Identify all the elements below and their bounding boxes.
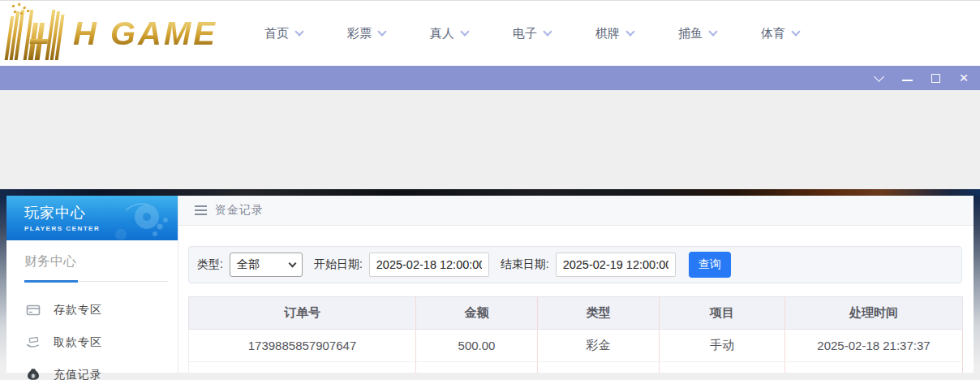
column-header: 金额 <box>416 297 538 330</box>
main-nav: 首页彩票真人电子棋牌捕鱼体育 <box>264 26 799 41</box>
nav-item-label: 首页 <box>264 26 289 41</box>
column-header: 处理时间 <box>785 297 963 330</box>
window-dropdown-icon[interactable] <box>872 71 885 84</box>
chevron-down-icon <box>543 27 552 36</box>
window-close-icon[interactable]: × <box>957 71 970 84</box>
nav-item-0[interactable]: 首页 <box>264 26 303 41</box>
type-label: 类型: <box>197 257 223 272</box>
empty-content-area <box>0 90 980 189</box>
funds-table: 订单号金额类型项目处理时间 1739885857907647500.00彩金手动… <box>188 296 963 373</box>
nav-item-label: 电子 <box>513 26 537 41</box>
sidebar-item-2[interactable]: 充值记录 <box>6 359 178 380</box>
table-cell: 500.00 <box>416 330 538 362</box>
window-titlebar: × <box>0 66 980 90</box>
column-header: 订单号 <box>189 297 416 330</box>
column-header: 项目 <box>660 297 785 330</box>
nav-item-3[interactable]: 电子 <box>513 26 551 41</box>
withdraw-hand-icon <box>26 335 41 350</box>
page-title: 资金记录 <box>215 203 264 218</box>
table-cell <box>785 362 963 374</box>
site-header: H GAME 首页彩票真人电子棋牌捕鱼体育 <box>0 1 980 66</box>
gamepad-icon <box>110 199 170 240</box>
start-date-input[interactable] <box>369 253 489 277</box>
nav-item-label: 捕鱼 <box>678 26 703 41</box>
chevron-down-icon <box>460 27 469 36</box>
column-header: 类型 <box>538 297 660 330</box>
decorative-strip <box>0 189 980 196</box>
content-header: 资金记录 <box>178 196 974 226</box>
chevron-down-icon <box>288 260 296 268</box>
app-window: H GAME 首页彩票真人电子棋牌捕鱼体育 × 玩家中心 PLAYERS CEN… <box>0 0 980 380</box>
player-center-panel: 玩家中心 PLAYERS CENTER 财务中心 <box>0 196 980 380</box>
table-cell: 1739885857907647 <box>189 330 416 362</box>
sidebar-item-label: 取款专区 <box>54 335 102 350</box>
sidebar: 玩家中心 PLAYERS CENTER 财务中心 <box>6 196 178 373</box>
sidebar-menu: 存款专区取款专区充值记录 <box>6 294 178 380</box>
menu-icon[interactable] <box>195 205 207 215</box>
logo-h-icon <box>5 10 66 60</box>
sidebar-header: 玩家中心 PLAYERS CENTER <box>6 196 178 240</box>
chevron-down-icon <box>294 27 303 36</box>
nav-item-label: 体育 <box>761 26 785 41</box>
sidebar-section-title: 财务中心 <box>24 253 178 270</box>
table-cell <box>416 362 538 374</box>
table-cell: 2025-02-18 21:37:37 <box>785 330 963 362</box>
window-controls: × <box>872 71 970 84</box>
nav-item-1[interactable]: 彩票 <box>347 26 385 41</box>
type-select-value: 全部 <box>237 257 260 272</box>
table-cell <box>660 362 785 374</box>
main-content: 资金记录 类型: 全部 开始日期: 结束日期: 查询 订单 <box>178 196 974 373</box>
nav-item-label: 彩票 <box>347 26 372 41</box>
filter-bar: 类型: 全部 开始日期: 结束日期: 查询 <box>188 246 962 283</box>
search-button[interactable]: 查询 <box>689 252 731 278</box>
chevron-down-icon <box>625 27 634 36</box>
logo-text: H GAME <box>73 15 217 52</box>
nav-item-5[interactable]: 捕鱼 <box>678 26 716 41</box>
nav-item-2[interactable]: 真人 <box>430 26 468 41</box>
nav-item-6[interactable]: 体育 <box>761 26 799 41</box>
sidebar-item-1[interactable]: 取款专区 <box>6 326 178 359</box>
logo-dots-decoration <box>8 3 35 21</box>
content-body: 类型: 全部 开始日期: 结束日期: 查询 订单号金额类型项目处理时间 1739… <box>178 226 974 373</box>
chevron-down-icon <box>791 27 800 36</box>
panel-left-edge <box>0 196 6 380</box>
money-bag-icon <box>26 368 41 380</box>
end-date-label: 结束日期: <box>501 257 549 272</box>
nav-item-label: 真人 <box>430 26 454 41</box>
window-minimize-icon[interactable] <box>900 71 913 84</box>
type-select[interactable]: 全部 <box>230 253 303 277</box>
table-row: 1739885857907647500.00彩金手动2025-02-18 21:… <box>189 330 963 362</box>
table-cell <box>189 362 416 374</box>
panel-right-edge <box>974 196 980 380</box>
start-date-label: 开始日期: <box>314 257 363 272</box>
table-cell <box>538 362 660 374</box>
bank-card-icon <box>26 303 41 317</box>
window-maximize-icon[interactable] <box>929 71 942 84</box>
sidebar-item-label: 充值记录 <box>54 368 102 380</box>
chevron-down-icon <box>377 27 386 36</box>
sidebar-divider <box>6 280 178 283</box>
table-row-empty <box>189 362 963 374</box>
table-cell: 手动 <box>660 330 785 362</box>
site-logo[interactable]: H GAME <box>8 6 226 60</box>
nav-item-label: 棋牌 <box>595 26 620 41</box>
table-header-row: 订单号金额类型项目处理时间 <box>189 297 963 330</box>
table-cell: 彩金 <box>538 330 660 362</box>
sidebar-item-label: 存款专区 <box>54 303 102 317</box>
nav-item-4[interactable]: 棋牌 <box>595 26 634 41</box>
sidebar-item-0[interactable]: 存款专区 <box>6 294 178 326</box>
chevron-down-icon <box>708 27 717 36</box>
end-date-input[interactable] <box>556 253 676 277</box>
